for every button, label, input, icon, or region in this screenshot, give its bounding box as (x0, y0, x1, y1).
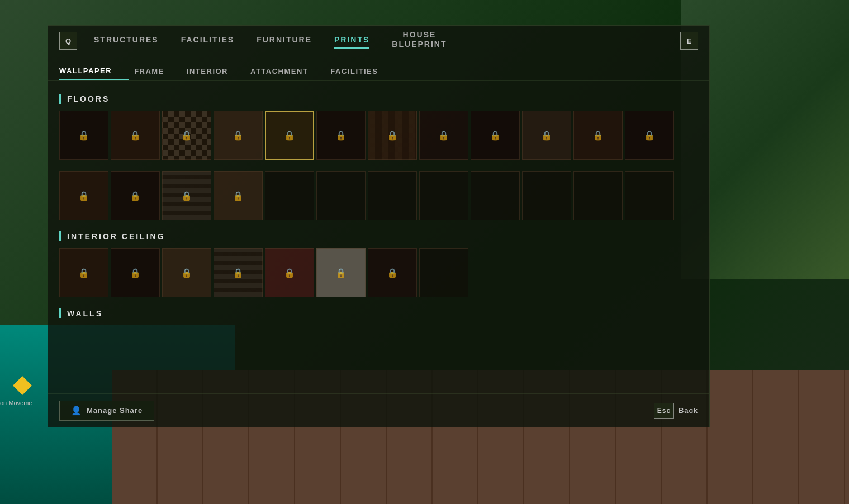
interior-ceiling-title: INTERIOR CEILING (67, 232, 165, 241)
lock-icon: 🔒 (181, 130, 192, 141)
person-icon: 👤 (71, 406, 82, 416)
lock-icon: 🔒 (233, 191, 244, 201)
diamond-indicator (16, 379, 29, 392)
lock-icon: 🔒 (130, 268, 141, 278)
floor-item-3[interactable]: 🔒 (162, 111, 211, 160)
section-accent (59, 308, 61, 318)
main-panel: Q STRUCTURES FACILITIES FURNITURE PRINTS… (48, 25, 710, 427)
lock-icon: 🔒 (181, 268, 192, 278)
walls-title: WALLS (67, 309, 103, 318)
interior-ceiling-section-header: INTERIOR CEILING (59, 231, 698, 241)
floor-item-9[interactable]: 🔒 (471, 111, 520, 160)
floors-grid-row2: 🔒 🔒 🔒 🔒 (59, 171, 698, 220)
floors-section-header: FLOORS (59, 94, 698, 104)
sub-tabs: WALLPAPER FRAME INTERIOR ATTACHMENT FACI… (48, 56, 709, 81)
lock-icon: 🔒 (284, 268, 295, 278)
subtab-facilities[interactable]: FACILITIES (330, 63, 395, 80)
floor-item-5-selected[interactable]: 🔒 (265, 111, 314, 160)
floor-item-6[interactable]: 🔒 (316, 111, 366, 160)
subtab-frame[interactable]: FRAME (134, 63, 181, 80)
subtab-wallpaper[interactable]: WALLPAPER (59, 62, 129, 80)
lock-icon: 🔒 (78, 268, 89, 278)
floor-item-13[interactable]: 🔒 (59, 171, 108, 220)
nav-tabs: STRUCTURES FACILITIES FURNITURE PRINTS H… (94, 30, 680, 51)
floor-item-8[interactable]: 🔒 (419, 111, 468, 160)
floors-title: FLOORS (67, 94, 110, 103)
lock-icon: 🔒 (130, 130, 141, 141)
floor-item-15[interactable]: 🔒 (162, 171, 211, 220)
tab-prints[interactable]: PRINTS (334, 35, 369, 46)
floors-grid-row1: 🔒 🔒 🔒 🔒 🔒 🔒 🔒 🔒 🔒 🔒 🔒 🔒 (59, 111, 698, 160)
section-accent (59, 231, 61, 241)
movement-label: on Moveme (0, 400, 32, 406)
left-key-button[interactable]: Q (59, 32, 77, 50)
lock-icon: 🔒 (644, 130, 655, 141)
ceiling-item-5[interactable]: 🔒 (265, 248, 314, 297)
ceiling-item-3[interactable]: 🔒 (162, 248, 211, 297)
floor-empty-3 (368, 171, 417, 220)
walls-section-header: WALLS (59, 308, 698, 318)
lock-icon: 🔒 (387, 130, 398, 141)
ceiling-item-1[interactable]: 🔒 (59, 248, 108, 297)
ceiling-item-7[interactable]: 🔒 (368, 248, 417, 297)
lock-icon: 🔒 (387, 268, 398, 278)
lock-icon: 🔒 (181, 191, 192, 201)
floor-item-11[interactable]: 🔒 (573, 111, 623, 160)
floor-empty-4 (419, 171, 468, 220)
manage-share-button[interactable]: 👤 Manage Share (59, 401, 154, 421)
floor-empty-2 (316, 171, 366, 220)
bottom-bar: 👤 Manage Share Esc Back (48, 393, 709, 427)
lock-icon: 🔒 (335, 130, 347, 141)
manage-share-label: Manage Share (87, 406, 143, 415)
floor-empty-8 (625, 171, 674, 220)
subtab-interior[interactable]: INTERIOR (187, 63, 245, 80)
right-key-button[interactable]: E (680, 32, 698, 50)
top-nav: Q STRUCTURES FACILITIES FURNITURE PRINTS… (48, 26, 709, 56)
section-accent (59, 94, 61, 104)
floor-item-12[interactable]: 🔒 (625, 111, 674, 160)
ceiling-item-4[interactable]: 🔒 (214, 248, 263, 297)
tab-house-blueprint[interactable]: HOUSEBLUEPRINT (392, 30, 447, 51)
floor-empty-1 (265, 171, 314, 220)
ceiling-item-2[interactable]: 🔒 (111, 248, 160, 297)
floor-empty-7 (573, 171, 623, 220)
tab-furniture[interactable]: FURNITURE (257, 35, 312, 46)
content-area[interactable]: FLOORS 🔒 🔒 🔒 🔒 🔒 🔒 🔒 🔒 🔒 🔒 🔒 🔒 🔒 🔒 🔒 🔒 (48, 81, 709, 393)
floor-item-14[interactable]: 🔒 (111, 171, 160, 220)
floor-empty-6 (522, 171, 571, 220)
lock-icon: 🔒 (78, 191, 89, 201)
ceiling-item-6[interactable]: 🔒 (316, 248, 366, 297)
back-control[interactable]: Esc Back (654, 403, 698, 419)
esc-key: Esc (654, 403, 674, 419)
subtab-attachment[interactable]: ATTACHMENT (250, 63, 325, 80)
floor-empty-5 (471, 171, 520, 220)
tab-structures[interactable]: STRUCTURES (94, 35, 159, 46)
lock-icon: 🔒 (438, 130, 449, 141)
ceiling-empty-1 (419, 248, 468, 297)
lock-icon: 🔒 (78, 130, 89, 141)
lock-icon: 🔒 (335, 268, 347, 278)
floor-item-4[interactable]: 🔒 (214, 111, 263, 160)
lock-icon: 🔒 (490, 130, 501, 141)
lock-icon: 🔒 (284, 130, 295, 141)
floor-item-7[interactable]: 🔒 (368, 111, 417, 160)
lock-icon: 🔒 (592, 130, 604, 141)
floor-item-16[interactable]: 🔒 (214, 171, 263, 220)
ceiling-grid: 🔒 🔒 🔒 🔒 🔒 🔒 🔒 (59, 248, 698, 297)
floor-item-2[interactable]: 🔒 (111, 111, 160, 160)
lock-icon: 🔒 (233, 268, 244, 278)
back-label: Back (679, 406, 698, 415)
lock-icon: 🔒 (233, 130, 244, 141)
diamond-icon (13, 376, 32, 395)
lock-icon: 🔒 (541, 130, 552, 141)
floor-item-1[interactable]: 🔒 (59, 111, 108, 160)
floor-item-10[interactable]: 🔒 (522, 111, 571, 160)
lock-icon: 🔒 (130, 191, 141, 201)
tab-facilities[interactable]: FACILITIES (181, 35, 234, 46)
